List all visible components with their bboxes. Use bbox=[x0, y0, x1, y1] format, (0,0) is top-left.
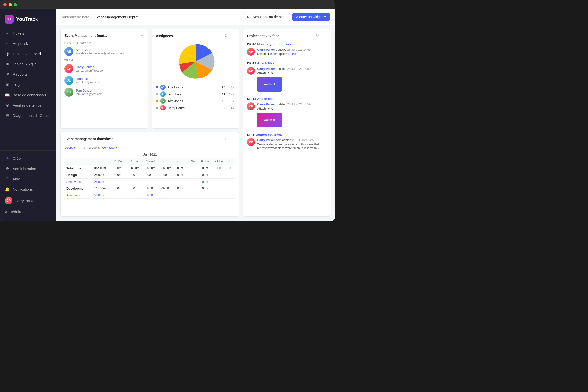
activity-link-1[interactable]: Attach files bbox=[257, 62, 274, 65]
sidebar-item-notifications[interactable]: 🔔 Notifications bbox=[0, 184, 56, 194]
team-avatar-1: JL bbox=[64, 76, 73, 85]
sidebar-logo[interactable]: YT YouTrack bbox=[0, 13, 56, 28]
group-by-label: group by bbox=[89, 146, 101, 150]
sidebar-item-user[interactable]: CP Carry Parker bbox=[0, 194, 56, 207]
owner-avatar: AE bbox=[64, 47, 73, 56]
sidebar-item-projects[interactable]: ⊞ Projets bbox=[0, 80, 56, 90]
timesheet-controls: Users ▾ « » group by Work type ▾ bbox=[64, 145, 235, 150]
activity-link-0[interactable]: Monitor your progress bbox=[257, 42, 291, 46]
agile-icon: ▣ bbox=[5, 62, 10, 66]
ana-design-label[interactable]: Ana Evans bbox=[64, 178, 92, 185]
team-email-2: tom.jones@test.com bbox=[76, 92, 103, 96]
activity-item-2: DP-13 Attach files CP Carry Parker updat… bbox=[247, 96, 326, 128]
sidebar-item-agile[interactable]: ▣ Tableaux Agile bbox=[0, 59, 56, 69]
team-name-1[interactable]: John Luis bbox=[76, 77, 101, 80]
maximize-button[interactable] bbox=[14, 3, 17, 6]
team-name-0[interactable]: Carry Parker bbox=[76, 65, 105, 69]
knowledge-icon: 📖 bbox=[5, 92, 10, 97]
top-bar-actions: Nouveau tableau de bord Ajouter un widge… bbox=[243, 13, 330, 21]
sidebar-item-reports[interactable]: ↗ Rapports bbox=[0, 69, 56, 80]
timesheet-row-ana-design: Ana Evans 2h 00m 00m bbox=[64, 178, 235, 185]
activity-link-3[interactable]: Launch YouTrack bbox=[255, 133, 282, 136]
activity-detail-link-0[interactable]: > Details bbox=[286, 52, 297, 56]
timesheet-prev-button[interactable]: « bbox=[79, 145, 82, 150]
sidebar-item-gantt[interactable]: ▤ Diagrammes de Gantt bbox=[0, 110, 56, 120]
total-wed2: 5h 00m bbox=[142, 165, 158, 172]
total-mon31: 00m bbox=[110, 165, 126, 172]
close-button[interactable] bbox=[4, 3, 6, 6]
users-chevron-icon: ▾ bbox=[74, 146, 76, 150]
th-mon31: 31 Mon bbox=[110, 158, 126, 165]
activity-more-button[interactable]: ··· bbox=[322, 33, 326, 38]
ana-dev-label[interactable]: Ana Evans bbox=[64, 192, 92, 198]
timesheet-month: Jun 2021 bbox=[64, 153, 235, 156]
project-widget-more-button[interactable]: ··· bbox=[139, 33, 144, 38]
sidebar-item-boards[interactable]: ◎ Tableaux de bord bbox=[0, 48, 56, 59]
activity-item-1: DP-13 Attach files CP Carry Parker updat… bbox=[247, 61, 326, 92]
ana-dev-tue1 bbox=[126, 192, 142, 198]
notifications-icon: 🔔 bbox=[5, 187, 10, 192]
sidebar-item-help[interactable]: ? Aide bbox=[0, 174, 56, 184]
timesheet-more-button[interactable]: ··· bbox=[230, 136, 235, 142]
timesheet-row-ana-dev: Ana Evans 5h 00m 5h 00m bbox=[64, 192, 235, 198]
timesheet-row-total: Total time 35h 00m 00m 6h 00m 5h 00m 6h … bbox=[64, 165, 235, 172]
add-widget-button[interactable]: Ajouter un widget ▾ bbox=[292, 13, 330, 21]
assignee-pct-0: 41% bbox=[227, 86, 235, 89]
new-board-button[interactable]: Nouveau tableau de bord bbox=[243, 13, 290, 21]
total-fri4: 00m bbox=[174, 165, 186, 172]
sidebar-item-timesheets[interactable]: ⊗ Feuilles de temps bbox=[0, 100, 56, 110]
sidebar-collapse-button[interactable]: « Réduire bbox=[0, 207, 56, 216]
sidebar-item-knowledge[interactable]: 📖 Base de connaissан... bbox=[0, 90, 56, 100]
activity-text-0: Carry Parker updated 28 Jul 2021 14:59 D… bbox=[257, 48, 311, 56]
minimize-button[interactable] bbox=[8, 3, 12, 6]
assignee-row-3: CP Carry Parker 9 14% bbox=[156, 105, 236, 110]
activity-item-3: DP-1 Launch YouTrack CP Carry Parker com… bbox=[247, 132, 326, 150]
breadcrumb-chevron-icon[interactable]: ▾ bbox=[136, 15, 138, 18]
breadcrumb-more-button[interactable]: ··· bbox=[140, 14, 147, 20]
assignees-widget-actions: ↻ ··· bbox=[224, 33, 235, 38]
team-section: TEAM CP Carry Parker carry.parker@test.c… bbox=[64, 59, 144, 96]
sidebar-item-helpdesk[interactable]: ○ Helpdesk bbox=[0, 38, 56, 48]
dev-tue1: 00m bbox=[126, 185, 142, 192]
assignee-name-0: Ana Evans bbox=[168, 86, 218, 89]
timesheet-refresh-button[interactable]: ↻ bbox=[224, 136, 228, 142]
group-by-work-type[interactable]: Work type bbox=[102, 146, 115, 150]
breadcrumb-current-label: Event Management Dept bbox=[94, 15, 135, 19]
timesheet-header-row: 31 Mon 1 Tue 2 Wed 3 Thu 4 Fri 5 Sat 6 S… bbox=[64, 158, 235, 165]
activity-link-2[interactable]: Attach files bbox=[257, 97, 274, 101]
assignee-dot-0 bbox=[156, 86, 158, 88]
ana-dev-total: 5h 00m bbox=[92, 192, 110, 198]
pie-chart bbox=[176, 42, 215, 81]
users-dropdown[interactable]: Users ▾ bbox=[64, 146, 76, 150]
activity-widget-header: Project activity feed ↻ ··· bbox=[247, 33, 326, 38]
activity-time-1: 28 Jul 2021 14:59 bbox=[287, 67, 310, 70]
assignees-widget: Assignees ↻ ··· bbox=[152, 29, 240, 128]
sidebar-label-notifications: Notifications bbox=[13, 187, 33, 191]
assignees-widget-header: Assignees ↻ ··· bbox=[156, 33, 236, 38]
sidebar-item-create[interactable]: + Créer bbox=[0, 153, 56, 164]
sidebar-username: Carry Parker bbox=[15, 199, 36, 203]
breadcrumb-current: Event Management Dept ▾ bbox=[94, 15, 138, 19]
timesheet-next-button[interactable]: » bbox=[83, 145, 86, 150]
timesheet-widget-actions: ↻ ··· bbox=[224, 136, 235, 142]
owner-name[interactable]: Ana Evans bbox=[76, 48, 124, 52]
assignee-count-0: 26 bbox=[220, 86, 226, 89]
assignee-name-3: Carry Parker bbox=[168, 106, 218, 110]
ana-dev-8t bbox=[226, 192, 236, 198]
activity-detail-2: Attachment: bbox=[257, 107, 273, 110]
assignee-mini-av-3: CP bbox=[160, 105, 166, 110]
breadcrumb-parent[interactable]: Tableaux de bord bbox=[61, 15, 90, 19]
sidebar-item-admin[interactable]: ⚙ Administration bbox=[0, 164, 56, 174]
assignees-more-button[interactable]: ··· bbox=[230, 33, 235, 38]
ana-dev-thu3 bbox=[158, 192, 174, 198]
design-8t bbox=[226, 172, 236, 178]
ana-dev-fri4 bbox=[174, 192, 186, 198]
collapse-icon: « bbox=[5, 210, 7, 214]
pie-chart-container bbox=[156, 42, 236, 81]
main-content: Tableaux de bord / Event Management Dept… bbox=[56, 9, 335, 220]
ana-design-sat5 bbox=[186, 178, 198, 185]
sidebar-item-tickets[interactable]: ✓ Tickets bbox=[0, 28, 56, 38]
assignees-refresh-button[interactable]: ↻ bbox=[224, 33, 228, 38]
team-name-2[interactable]: Tom Jones bbox=[76, 89, 103, 92]
activity-refresh-button[interactable]: ↻ bbox=[315, 33, 320, 38]
